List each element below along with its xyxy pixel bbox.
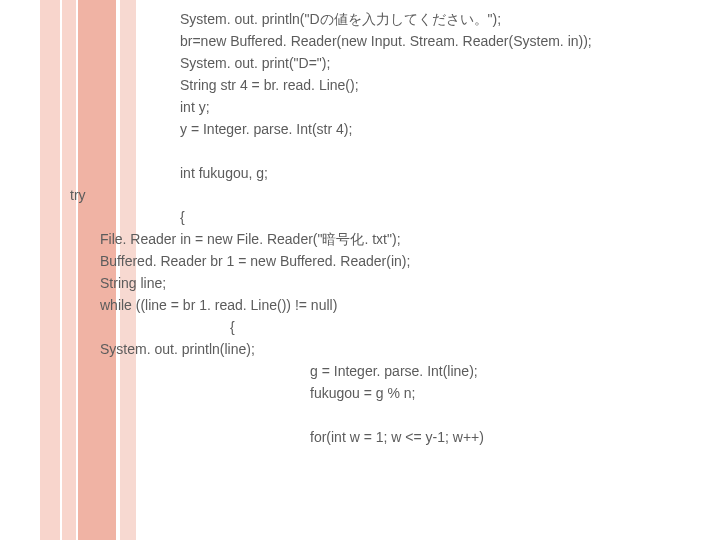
code-line: {: [0, 316, 720, 338]
code-line: while ((line = br 1. read. Line()) != nu…: [0, 294, 720, 316]
code-line: g = Integer. parse. Int(line);: [0, 360, 720, 382]
code-line: System. out. println(line);: [0, 338, 720, 360]
code-line: int y;: [0, 96, 720, 118]
code-line: for(int w = 1; w <= y-1; w++): [0, 426, 720, 448]
code-line: System. out. println("Dの値を入力してください。");: [0, 8, 720, 30]
code-line: String str 4 = br. read. Line();: [0, 74, 720, 96]
code-line: int fukugou, g;: [0, 162, 720, 184]
code-line: y = Integer. parse. Int(str 4);: [0, 118, 720, 140]
code-line: File. Reader in = new File. Reader("暗号化.…: [0, 228, 720, 250]
code-line: System. out. print("D=");: [0, 52, 720, 74]
code-line: Buffered. Reader br 1 = new Buffered. Re…: [0, 250, 720, 272]
code-line: fukugou = g % n;: [0, 382, 720, 404]
slide-content: System. out. println("Dの値を入力してください。"); b…: [0, 0, 720, 448]
code-line: try: [0, 184, 720, 206]
code-line: br=new Buffered. Reader(new Input. Strea…: [0, 30, 720, 52]
code-line: String line;: [0, 272, 720, 294]
code-line: {: [0, 206, 720, 228]
